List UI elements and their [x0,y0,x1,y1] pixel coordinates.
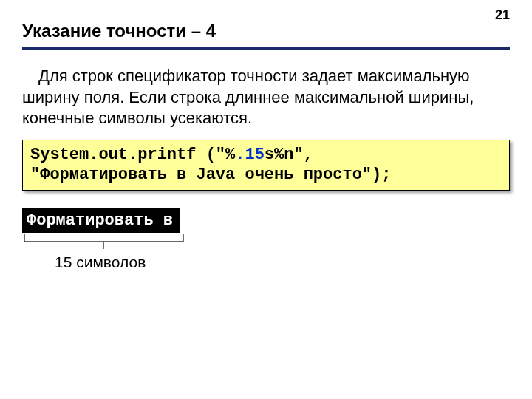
output-block: Форматировать в [22,208,180,233]
code-segment: s%n", [265,146,313,164]
bracket-caption: 15 символов [55,253,510,271]
page-number: 21 [495,7,510,23]
code-segment: System.out.printf ("% [30,146,235,164]
code-precision: .15 [235,146,265,164]
slide-title: Указание точности – 4 [22,21,510,41]
code-example: System.out.printf ("%.15s%n", "Форматиро… [22,140,510,191]
bracket-icon [22,234,192,252]
width-bracket [22,234,510,252]
title-rule [22,47,510,50]
body-text: Для строк спецификатор точности задает м… [22,66,510,129]
code-segment: "Форматировать в Java очень просто"); [30,166,391,184]
